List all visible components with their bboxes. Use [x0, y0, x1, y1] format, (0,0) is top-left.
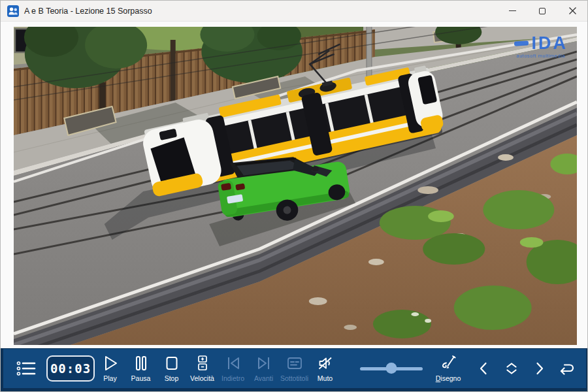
chevron-right-icon [531, 361, 547, 376]
video-stage: IDA autosoft multimedia [1, 22, 588, 348]
draw-button[interactable]: Disegno [432, 349, 465, 388]
video-canvas[interactable]: IDA autosoft multimedia [14, 27, 577, 345]
skip-forward-button[interactable]: Avanti [248, 349, 279, 388]
timer-display: 00:03 [46, 355, 95, 382]
mute-icon [317, 355, 334, 372]
app-window: A e B Teoria - Lezione 15 Sorpasso [0, 0, 588, 392]
speed-icon [195, 355, 210, 372]
close-icon [568, 7, 577, 15]
return-arrow-icon [557, 361, 576, 376]
close-button[interactable] [557, 1, 587, 21]
pen-icon [439, 355, 457, 372]
logo-tagline: autosoft multimedia [514, 54, 568, 59]
subtitles-icon [286, 355, 303, 372]
prev-chapter-button[interactable] [472, 349, 496, 388]
chevron-left-icon [476, 361, 492, 376]
maximize-button[interactable] [527, 1, 557, 21]
mute-button[interactable]: Muto [310, 349, 340, 388]
playlist-icon [16, 360, 36, 377]
playlist-button[interactable] [12, 349, 40, 388]
volume-slider-thumb[interactable] [386, 363, 397, 374]
maximize-icon [539, 8, 546, 14]
speed-button[interactable]: Velocità [187, 349, 218, 388]
logo-mark-icon [514, 41, 528, 46]
expand-chapters-button[interactable] [500, 349, 523, 388]
volume-slider[interactable] [360, 362, 423, 375]
logo-text: IDA [532, 35, 568, 52]
brand-logo: IDA autosoft multimedia [514, 35, 568, 59]
people-icon [7, 5, 19, 17]
skip-back-icon [225, 355, 242, 372]
minimize-icon [509, 10, 516, 11]
next-chapter-button[interactable] [527, 349, 551, 388]
minimize-button[interactable] [497, 1, 527, 21]
window-title: A e B Teoria - Lezione 15 Sorpasso [24, 7, 497, 16]
titlebar: A e B Teoria - Lezione 15 Sorpasso [1, 1, 587, 22]
play-icon [103, 355, 118, 372]
chevrons-up-down-icon [504, 361, 519, 376]
subtitles-button[interactable]: Sottotitoli [279, 349, 310, 388]
return-button[interactable] [555, 349, 578, 388]
stop-icon [164, 355, 180, 372]
scene-svg [14, 27, 577, 345]
pause-button[interactable]: Pausa [125, 349, 156, 388]
stop-button[interactable]: Stop [156, 349, 187, 388]
skip-forward-icon [255, 355, 272, 372]
play-button[interactable]: Play [95, 349, 125, 388]
pause-icon [133, 355, 149, 372]
player-toolbar: 00:03 Play Pausa Stop [3, 349, 586, 388]
window-bottom-edge: 00:03 Play Pausa Stop [1, 348, 588, 392]
skip-back-button[interactable]: Indietro [218, 349, 248, 388]
